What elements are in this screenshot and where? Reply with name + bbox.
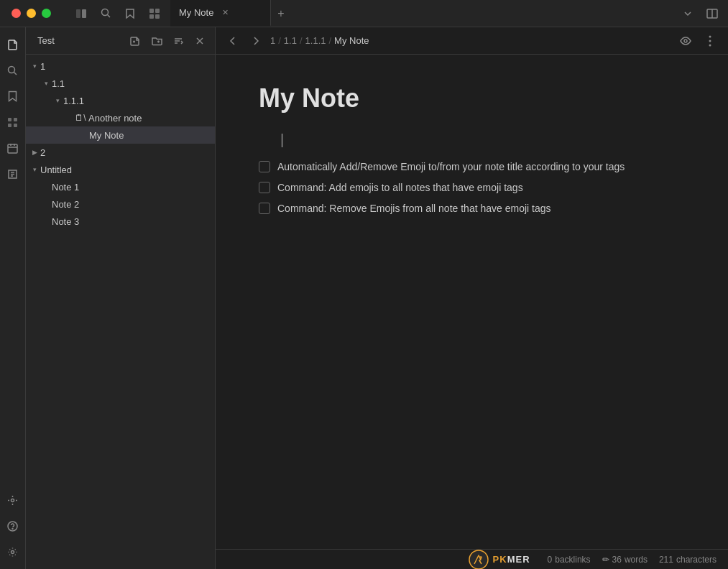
tree-label-1-1: 1.1 xyxy=(52,78,65,89)
checkbox-2[interactable] xyxy=(259,182,270,193)
tree-item-1-1-1[interactable]: ▾ 1.1.1 xyxy=(26,92,215,109)
pkmer-icon xyxy=(469,550,489,570)
layout-icon[interactable] xyxy=(144,4,165,24)
svg-point-41 xyxy=(479,556,482,559)
breadcrumb-sep-1: / xyxy=(278,35,281,46)
words-label: words xyxy=(625,555,648,565)
breadcrumb-part-2[interactable]: 1.1 xyxy=(284,35,297,46)
activity-help-icon[interactable] xyxy=(1,514,24,537)
tree-item-note-3[interactable]: ▾ Note 3 xyxy=(26,213,215,230)
tree-label-1-1-1: 1.1.1 xyxy=(63,96,84,106)
breadcrumb-part-3[interactable]: 1.1.1 xyxy=(305,35,326,46)
activity-plugin-icon[interactable] xyxy=(1,489,24,512)
traffic-lights xyxy=(0,9,63,18)
tree-item-note-2[interactable]: ▾ Note 2 xyxy=(26,195,215,213)
tree-item-1[interactable]: ▾ 1 xyxy=(26,57,215,75)
checklist-item-1: Automatically Add/Remove Emoji to/from y… xyxy=(259,159,685,175)
checklist-text-2: Command: Add emojis to all notes that ha… xyxy=(277,180,523,195)
backlinks-count: 0 xyxy=(548,555,553,565)
main-area: Test xyxy=(0,27,728,569)
backlinks-label: backlinks xyxy=(555,555,590,565)
tree-item-2[interactable]: ▶ 2 xyxy=(26,144,215,161)
tabs-dropdown-icon[interactable] xyxy=(678,4,698,24)
svg-point-38 xyxy=(709,40,711,42)
tree-toggle-2[interactable]: ▶ xyxy=(29,147,40,158)
breadcrumb-sep-2: / xyxy=(300,35,303,46)
split-view-icon[interactable] xyxy=(702,4,722,24)
activity-grid-icon[interactable] xyxy=(1,111,24,134)
activity-settings-icon[interactable] xyxy=(1,540,24,563)
note-icon-my-note xyxy=(75,129,86,141)
content-area: 1 / 1.1 / 1.1.1 / My Note xyxy=(216,27,728,569)
titlebar-right-icons xyxy=(672,4,728,24)
activity-search-icon[interactable] xyxy=(1,59,24,82)
svg-rect-5 xyxy=(155,9,160,13)
more-options-icon[interactable] xyxy=(701,32,719,50)
tree-item-my-note[interactable]: ▾ My Note xyxy=(26,126,215,144)
tree-label-2: 2 xyxy=(40,147,45,158)
breadcrumb-current[interactable]: My Note xyxy=(334,35,369,46)
svg-point-39 xyxy=(709,44,711,46)
activity-files-icon[interactable] xyxy=(1,33,24,56)
tab-close-button[interactable]: ✕ xyxy=(219,7,231,19)
sort-icon[interactable] xyxy=(169,32,188,50)
search-icon[interactable] xyxy=(96,4,116,24)
tree-item-note-1[interactable]: ▾ Note 1 xyxy=(26,178,215,195)
titlebar: My Note ✕ + xyxy=(0,0,728,27)
note-content-area[interactable]: My Note | Automatically Add/Remove Emoji… xyxy=(216,55,728,549)
checklist-text-1: Automatically Add/Remove Emoji to/from y… xyxy=(277,159,625,175)
pkmer-logo: PKMER xyxy=(469,550,530,570)
tree-item-untitled[interactable]: ▾ Untitled xyxy=(26,161,215,178)
activity-bookmarks-icon[interactable] xyxy=(1,85,24,108)
reading-mode-icon[interactable] xyxy=(676,32,695,50)
sidebar-toggle-icon[interactable] xyxy=(71,4,91,24)
note-icon-another: 🗒\ xyxy=(75,112,86,124)
activity-calendar-icon[interactable] xyxy=(1,137,24,159)
forward-button[interactable] xyxy=(247,32,264,50)
edit-icon: ✏ xyxy=(602,555,609,565)
close-sidebar-icon[interactable] xyxy=(190,32,209,50)
tree-toggle-1-1[interactable]: ▾ xyxy=(40,78,52,89)
cursor-icon: | xyxy=(280,131,284,148)
checklist: Automatically Add/Remove Emoji to/from y… xyxy=(259,159,685,216)
tree-label-note-3: Note 3 xyxy=(52,216,79,227)
checkbox-3[interactable] xyxy=(259,203,270,214)
tree-item-1-1[interactable]: ▾ 1.1 xyxy=(26,75,215,92)
back-button[interactable] xyxy=(224,32,241,50)
new-tab-button[interactable]: + xyxy=(271,4,291,24)
svg-point-23 xyxy=(11,499,14,501)
svg-point-37 xyxy=(709,35,711,37)
tree-toggle-untitled[interactable]: ▾ xyxy=(29,164,40,175)
backlinks-status[interactable]: 0 backlinks xyxy=(548,555,591,565)
tree-item-another-note[interactable]: ▾ 🗒\ Another note xyxy=(26,109,215,126)
new-note-icon[interactable] xyxy=(126,32,144,50)
breadcrumb-sep-3: / xyxy=(328,35,331,46)
checkbox-1[interactable] xyxy=(259,161,270,172)
svg-line-3 xyxy=(107,15,110,18)
new-folder-icon[interactable] xyxy=(147,32,166,50)
maximize-button[interactable] xyxy=(42,9,51,18)
pkmer-text: PKMER xyxy=(493,554,530,565)
svg-rect-6 xyxy=(149,14,154,19)
content-toolbar-right xyxy=(676,32,719,50)
tree-toggle-1-1-1[interactable]: ▾ xyxy=(52,95,63,106)
bookmark-icon[interactable] xyxy=(120,4,140,24)
close-button[interactable] xyxy=(11,9,21,18)
tabs-bar: My Note ✕ + xyxy=(170,0,672,27)
svg-point-10 xyxy=(9,66,15,73)
minimize-button[interactable] xyxy=(27,9,36,18)
checklist-text-3: Command: Remove Emojis from all note tha… xyxy=(277,201,551,216)
tree-label-note-1: Note 1 xyxy=(52,182,79,193)
activity-bar xyxy=(0,27,26,569)
activity-pages-icon[interactable] xyxy=(1,162,24,185)
active-tab[interactable]: My Note ✕ xyxy=(170,0,271,27)
characters-status: 211 characters xyxy=(659,555,717,565)
characters-label: characters xyxy=(676,555,717,565)
tree-toggle-1[interactable]: ▾ xyxy=(29,60,40,72)
tree-label-note-2: Note 2 xyxy=(52,199,79,210)
svg-point-2 xyxy=(101,9,108,16)
sidebar: Test xyxy=(26,27,216,569)
sidebar-tree: ▾ 1 ▾ 1.1 ▾ 1.1.1 ▾ 🗒\ Another note ▾ xyxy=(26,55,215,569)
svg-rect-16 xyxy=(8,144,17,153)
breadcrumb-part-1[interactable]: 1 xyxy=(270,35,275,46)
